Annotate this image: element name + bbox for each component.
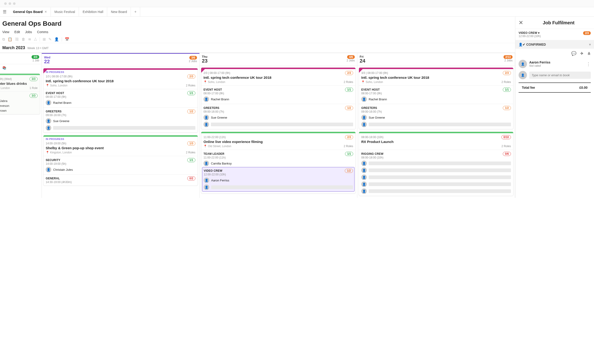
tab-exhibition-hall[interactable]: Exhibition Hall [79,7,107,16]
event-card[interactable]: 2/3 | 08:00-17:00 (9h)2/3 Intl. spring t… [201,67,356,129]
edit-icon[interactable]: ✎ [48,37,52,41]
week-label: Week 13 • GMT [27,46,49,50]
menu-jobs[interactable]: Jobs [25,30,32,34]
close-icon[interactable]: ✕ [45,10,47,13]
menu-view[interactable]: View [2,30,9,34]
menu-icon[interactable]: ☰ [0,9,9,14]
chevron-down-icon: ▾ [589,43,591,46]
board: 3/3 1 Job 📚 00 (8h) (Wed)3/3 Winter blue… [0,53,515,198]
chevron-down-icon: ▾ [538,31,540,34]
day-badge: 3/3 [32,55,39,59]
total-label: Total fee [522,86,535,90]
tab-bar: ☰ General Ops Board✕ Music Festival Exhi… [0,7,594,17]
chat-icon[interactable]: 💬 [571,51,576,56]
menu-edit[interactable]: Edit [14,30,20,34]
empty-slot[interactable] [211,123,353,126]
panel-title: Job Fulfilment [526,20,591,26]
booked-person[interactable]: 👤 Aaron FerrissNot rated ⋮ [515,58,594,70]
event-card[interactable]: 11:00-22:00 (11h)2/3 Online live video e… [201,132,356,194]
tab-general-ops[interactable]: General Ops Board✕ [9,7,51,16]
calendar-search-icon[interactable]: 📅 [65,37,69,41]
menu-comms[interactable]: Comms [37,30,48,34]
person-icon[interactable]: 👤 [54,37,59,41]
empty-slot[interactable] [369,123,511,126]
add-icon[interactable]: ⊞ [43,37,46,41]
book-input[interactable] [529,72,591,79]
side-panel: ✕ Job Fulfilment VIDEO CREW ▾ 12:00-22:0… [515,17,594,198]
share-icon[interactable]: ⋔ [587,51,591,56]
role-video-crew[interactable]: VIDEO CREW1/212:00-22:00 (10h) 👤Aaron Fe… [202,167,355,192]
tab-music-festival[interactable]: Music Festival [51,7,79,16]
event-card[interactable]: 08:00-18:00 (10h)0/10 RX Product Launch … [359,132,513,196]
paste-icon[interactable]: 📋 [8,37,12,41]
toolbar: ⧉ 📋 ⛓ 🗑 ≋ ⧊ ⊞ ✎ 👤 📅 [0,36,515,43]
event-card[interactable]: 00 (8h) (Wed)3/3 Winter blues drinks 📍, … [0,73,40,114]
more-icon[interactable]: ⋮ [586,61,591,67]
empty-slot[interactable] [53,126,195,130]
layers-icon[interactable]: ≋ [28,37,31,41]
link-icon[interactable]: ⛓ [15,37,19,41]
copy-icon[interactable]: ⧉ [2,37,5,41]
event-card[interactable]: 3/3 | 08:00-17:00 (9h)2/3 Intl. spring t… [359,67,513,129]
trash-icon[interactable]: 🗑 [22,37,25,41]
event-card[interactable]: IN PROGRESS 14:00-19:00 (5h)1/3 Shelby &… [43,135,198,186]
fill-badge: 2/3 [583,31,591,35]
window-titlebar [0,0,594,7]
send-icon[interactable]: ✈ [580,51,584,56]
empty-slot[interactable] [211,185,353,189]
total-value: £0.00 [579,86,587,90]
menu-bar: View Edit Jobs Comms [2,30,513,34]
tab-new-board[interactable]: New Board [107,7,131,16]
confirmed-section[interactable]: 👤✔ CONFIRMED ▾ [515,40,594,49]
role-dropdown[interactable]: VIDEO CREW ▾ [519,31,541,34]
add-tab-button[interactable]: + [131,7,140,16]
unstack-icon[interactable]: ⧊ [34,37,37,41]
event-card[interactable]: IN PROGRESS 1/3 | 08:00-17:00 (9h)2/3 In… [43,68,198,133]
board-title: General Ops Board [2,20,513,27]
status-label: IN PROGRESS [46,71,195,73]
month-label: March 2023 [2,46,25,50]
date-line: March 2023 Week 13 • GMT [0,43,515,53]
stack-icon[interactable]: 📚 [0,64,41,72]
close-icon[interactable]: ✕ [519,20,523,26]
